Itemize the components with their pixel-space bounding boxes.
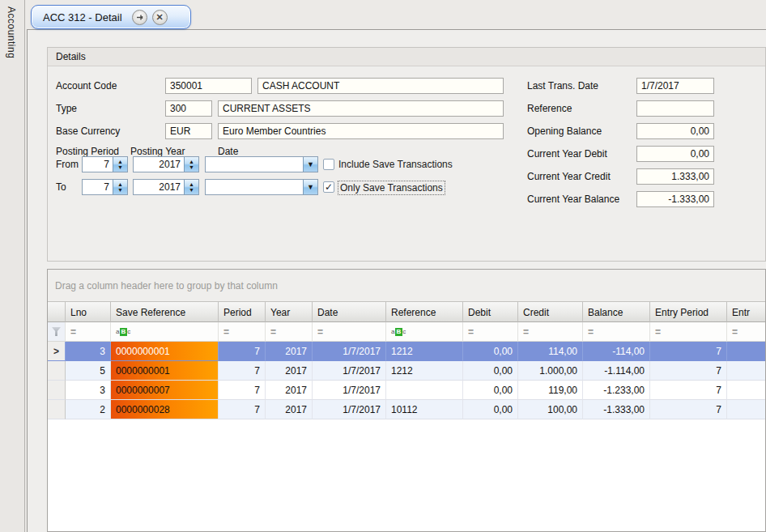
grid-cell[interactable]: 0,00 [463,342,518,361]
filter-cell[interactable]: = [463,322,518,342]
grid-cell[interactable]: 7 [219,361,266,381]
filter-cell[interactable]: = [727,322,766,342]
grid-cell[interactable]: 1212 [386,342,463,361]
grid-group-panel[interactable]: Drag a column header here to group by th… [48,270,765,301]
to-year-spinner[interactable]: 2017 ▲▼ [133,179,199,195]
include-save-transactions-checkbox[interactable] [323,159,334,170]
grid-cell[interactable]: 0,00 [463,361,518,381]
grid-cell[interactable]: 0,00 [463,400,518,419]
grid-cell[interactable]: 3 [66,342,111,361]
grid-cell[interactable]: 2017 [266,361,313,381]
grid-cell[interactable]: 1/7/2017 [313,400,386,419]
filter-cell[interactable]: aBc [111,322,219,342]
filter-cell[interactable]: aBc [386,322,463,342]
to-period-spinner[interactable]: 7 ▲▼ [82,179,128,195]
grid-cell[interactable]: 114,00 [518,342,583,361]
filter-cell[interactable]: = [650,322,727,342]
include-save-transactions-label[interactable]: Include Save Transactions [338,158,453,171]
grid-cell[interactable]: 119,00 [518,381,583,400]
grid-cell[interactable]: 0000000028 [111,400,219,419]
filter-cell[interactable]: = [313,322,386,342]
grid-cell[interactable]: 5 [66,361,111,381]
filter-cell[interactable]: = [266,322,313,342]
from-date-dropdown-icon[interactable]: ▼ [303,157,317,172]
grid-cell[interactable]: 7 [650,342,727,361]
filter-cell[interactable]: = [219,322,266,342]
filter-cell[interactable]: = [66,322,111,342]
from-year-spinner[interactable]: 2017 ▲▼ [133,156,199,172]
to-year-spin-buttons[interactable]: ▲▼ [184,180,198,194]
column-header-year[interactable]: Year [266,301,313,322]
filter-cell[interactable]: = [518,322,583,342]
grid-cell[interactable]: 100,00 [518,400,583,419]
close-icon[interactable]: ✕ [152,10,168,25]
from-period-spin-buttons[interactable]: ▲▼ [113,157,127,172]
from-year-value[interactable]: 2017 [134,157,184,172]
to-period-spin-buttons[interactable]: ▲▼ [113,180,127,194]
to-year-value[interactable]: 2017 [134,180,184,194]
filter-funnel-icon[interactable] [52,327,61,336]
from-date-combo[interactable]: ▼ [205,156,318,172]
column-header-entr[interactable]: Entr [727,301,766,322]
dock-tab-accounting[interactable]: Accounting [6,6,17,58]
from-period-spinner[interactable]: 7 ▲▼ [82,156,128,172]
pin-icon[interactable] [132,10,147,25]
to-period-value[interactable]: 7 [83,180,113,194]
grid-cell[interactable]: 0,00 [463,381,518,400]
equals-filter-icon: = [223,326,230,338]
grid-cell[interactable]: 2017 [266,381,313,400]
grid-cell[interactable]: 1.000,00 [518,361,583,381]
grid-cell[interactable] [386,381,463,400]
grid-cell[interactable]: 2017 [266,342,313,361]
to-date-value[interactable] [206,180,303,194]
column-header-credit[interactable]: Credit [518,301,583,322]
column-header-date[interactable]: Date [313,301,386,322]
grid-cell[interactable]: 1212 [386,361,463,381]
table-row[interactable]: 20000000028720171/7/2017101120,00100,00-… [48,400,765,419]
grid-cell[interactable]: 1/7/2017 [313,381,386,400]
grid-cell[interactable]: 7 [219,381,266,400]
grid-cell[interactable]: 1/7/2017 [313,342,386,361]
only-save-transactions-label[interactable]: Only Save Transactions [338,181,445,195]
grid-cell[interactable]: 0000000001 [111,342,219,361]
column-header-lno[interactable]: Lno [66,301,111,322]
grid-cell[interactable]: 2 [66,400,111,419]
grid-cell[interactable]: -1.114,00 [583,361,650,381]
grid-cell[interactable]: -1.333,00 [583,400,650,419]
grid-cell[interactable]: 7 [219,400,266,419]
grid-cell[interactable] [727,381,766,400]
grid-cell[interactable]: 0000000007 [111,381,219,400]
grid-cell[interactable] [727,361,766,381]
grid-cell[interactable]: 1/7/2017 [313,361,386,381]
to-date-combo[interactable]: ▼ [205,179,318,195]
grid-cell[interactable]: 3 [66,381,111,400]
grid-cell[interactable]: 7 [219,342,266,361]
grid-cell[interactable] [727,342,766,361]
column-header-reference[interactable]: Reference [386,301,463,322]
column-header-entry-period[interactable]: Entry Period [650,301,727,322]
grid-cell[interactable]: 7 [650,381,727,400]
grid-cell[interactable]: 7 [650,361,727,381]
column-header-save-reference[interactable]: Save Reference [111,301,219,322]
table-row[interactable]: 50000000001720171/7/201712120,001.000,00… [48,361,765,381]
grid-cell[interactable]: 7 [650,400,727,419]
grid-cell[interactable]: 0000000001 [111,361,219,381]
tab-acc312-detail[interactable]: ACC 312 - Detail ✕ [31,5,191,29]
grid-cell[interactable] [727,400,766,419]
only-save-transactions-checkbox[interactable]: ✓ [323,181,334,193]
grid-cell[interactable]: 10112 [386,400,463,419]
column-header-balance[interactable]: Balance [583,301,650,322]
table-row[interactable]: 30000000007720171/7/20170,00119,00-1.233… [48,381,765,400]
equals-filter-icon: = [523,326,530,338]
filter-cell[interactable]: = [583,322,650,342]
column-header-period[interactable]: Period [219,301,266,322]
table-row[interactable]: >30000000001720171/7/201712120,00114,00-… [48,342,765,361]
grid-cell[interactable]: -114,00 [583,342,650,361]
column-header-debit[interactable]: Debit [463,301,518,322]
from-period-value[interactable]: 7 [83,157,113,172]
grid-cell[interactable]: -1.233,00 [583,381,650,400]
grid-cell[interactable]: 2017 [266,400,313,419]
to-date-dropdown-icon[interactable]: ▼ [303,180,317,194]
from-date-value[interactable] [206,157,303,172]
from-year-spin-buttons[interactable]: ▲▼ [184,157,198,172]
